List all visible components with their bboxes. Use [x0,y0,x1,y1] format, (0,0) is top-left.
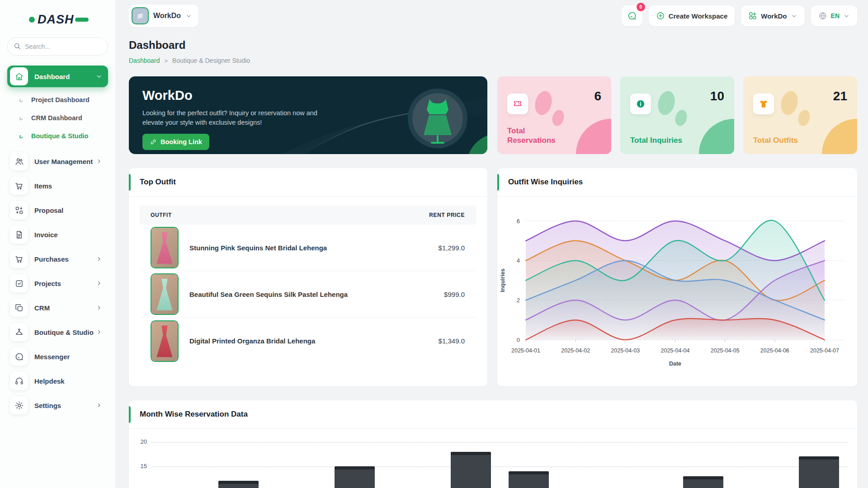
chevron-right-icon [95,402,103,409]
title-accent-bar [129,174,131,191]
sidebar-item-dashboard[interactable]: Dashboard [7,66,108,87]
reservation-bar[interactable] [683,476,723,488]
sidebar-submenu: Project DashboardCRM DashboardBoutique &… [0,90,115,148]
svg-text:2025-04-05: 2025-04-05 [711,347,740,354]
breadcrumb-current: Boutique & Designer Studio [172,57,250,64]
reservation-bar[interactable] [451,452,491,488]
chat-icon [10,347,28,366]
ring-icon [18,115,24,121]
title-accent-bar [497,174,499,191]
corner-decoration [576,119,611,154]
sidebar-item-label: Dashboard [34,73,95,80]
sidebar-subitem-crm-dashboard[interactable]: CRM Dashboard [0,109,115,127]
booking-link-button[interactable]: Booking Link [142,134,209,150]
sidebar-item-label: CRM [34,304,95,312]
sidebar-nav: DashboardProject DashboardCRM DashboardB… [0,66,115,423]
workspace-selector[interactable]: WorkDo [129,5,198,27]
hanger-icon [10,323,28,341]
sidebar-item-user-management[interactable]: User Management [7,150,108,172]
top-outfit-title: Top Outfit [140,178,176,187]
cart-icon [10,250,28,268]
outfit-rent-price: $1,299.0 [404,244,476,252]
proposal-icon [10,201,28,219]
gridline-15 [151,466,847,467]
outfit-rent-price: $1,349.0 [404,337,476,345]
sidebar-item-messenger[interactable]: Messenger [7,346,108,367]
outfit-row-stunning-pink-sequins-net-bridal-lehenga[interactable]: Stunning Pink Sequins Net Bridal Lehenga… [140,225,476,271]
svg-text:2025-04-03: 2025-04-03 [611,347,640,354]
sidebar-subitem-boutique-studio[interactable]: Boutique & Studio [0,127,115,145]
search-input[interactable] [7,38,108,56]
decorative-blob [551,109,566,127]
users-icon [10,152,28,170]
stat-value: 21 [833,89,847,103]
y-axis-label-20: 20 [129,438,147,445]
outfit-row-beautiful-sea-green-sequins-silk-pastel-lehenga[interactable]: Beautiful Sea Green Sequins Silk Pastel … [140,271,476,318]
reservation-bar[interactable] [218,481,259,488]
chevron-down-icon [95,73,103,80]
reservation-bar[interactable] [509,471,549,488]
sidebar-item-items[interactable]: Items [7,175,108,197]
sidebar-item-label: Settings [34,402,95,409]
inquiries-chart-title: Outfit Wise Inquiries [508,178,583,187]
reservation-bar[interactable] [799,456,839,488]
sidebar-item-purchases[interactable]: Purchases [7,248,108,270]
sidebar-item-label: Helpdesk [34,377,103,385]
booking-link-label: Booking Link [160,138,202,145]
inquiries-line-chart: 02462025-04-012025-04-022025-04-032025-0… [497,197,857,386]
sidebar-item-label: Purchases [34,255,95,263]
messages-badge: 0 [637,3,645,11]
svg-text:Inquiries: Inquiries [500,268,506,292]
outfit-row-digital-printed-organza-bridal-lehenga[interactable]: Digital Printed Organza Bridal Lehenga$1… [140,318,476,364]
sidebar-item-invoice[interactable]: Invoice [7,224,108,245]
sidebar-subitem-project-dashboard[interactable]: Project Dashboard [0,91,115,109]
ring-icon [18,97,24,103]
corner-decoration [699,119,734,154]
sidebar-item-projects[interactable]: Projects [7,272,108,294]
reservation-bar[interactable] [335,466,375,488]
sidebar-item-label: User Management [34,158,95,165]
top-outfit-card: Top Outfit OUTFIT RENT PRICE Stunning Pi… [129,168,487,386]
app-logo[interactable]: DASH [0,8,115,33]
language-selector[interactable]: EN [811,5,857,26]
workspace-name: WorkDo [153,12,181,20]
svg-text:0: 0 [517,337,520,343]
outfit-name: Digital Printed Organza Bridal Lehenga [179,337,404,345]
create-workspace-label: Create Workspace [669,12,728,20]
messages-button[interactable]: 0 [622,5,642,26]
sidebar-item-boutique-studio[interactable]: Boutique & Studio [7,321,108,343]
create-workspace-button[interactable]: Create Workspace [649,5,735,26]
chevron-right-icon [95,158,103,165]
decorative-blob [778,89,800,117]
svg-text:2025-04-06: 2025-04-06 [760,347,789,354]
plus-circle-icon [656,11,665,20]
hero-banner: WorkDo Looking for the perfect outfit? I… [129,76,487,154]
decorative-blob [797,109,811,127]
stat-card-total-inquiries: 10Total Inquiries [620,76,734,154]
stat-value: 10 [710,89,724,103]
search-icon [13,42,21,50]
inquiries-chart-header: Outfit Wise Inquiries [497,168,857,197]
workspace-menu[interactable]: WorkDo [741,5,804,26]
svg-text:2025-04-07: 2025-04-07 [810,347,839,354]
table-body: Stunning Pink Sequins Net Bridal Lehenga… [140,225,476,364]
sidebar-item-proposal[interactable]: Proposal [7,199,108,221]
chat-bubble-icon [627,11,637,21]
logo-text: DASH [38,13,74,27]
ring-icon [18,133,24,139]
svg-text:Date: Date [669,361,681,367]
sidebar-subitem-label: CRM Dashboard [31,114,82,122]
svg-text:6: 6 [517,218,520,225]
sidebar-item-settings[interactable]: Settings [7,394,108,416]
invoice-icon [10,225,28,244]
outfit-thumbnail [151,273,179,315]
svg-text:2: 2 [517,297,520,304]
breadcrumb-separator: > [165,57,168,64]
sidebar-item-crm[interactable]: CRM [7,297,108,319]
stat-label: Total Outfits [753,136,798,145]
gear-icon [10,396,28,414]
topbar-actions: 0 Create Workspace WorkDo EN [622,5,857,26]
sidebar-item-label: Proposal [34,206,103,214]
breadcrumb-link-dashboard[interactable]: Dashboard [129,57,160,64]
sidebar-item-helpdesk[interactable]: Helpdesk [7,370,108,392]
